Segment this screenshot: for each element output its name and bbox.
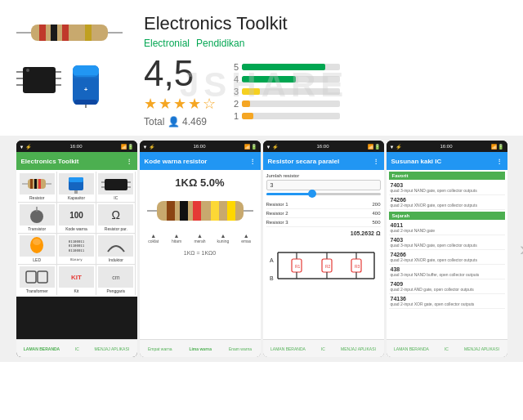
star-1: ★ (144, 95, 157, 113)
svg-rect-2 (39, 25, 46, 41)
app-header: + Electronics Toolkit Electronial Pendid… (0, 0, 523, 136)
s1-status-bar: ▼ ⚡ 16:00 📶 🔋 (16, 141, 137, 152)
chevron-right-icon[interactable]: › (520, 238, 523, 261)
app-tags: Electronial Pendidikan (144, 38, 507, 49)
bar-3: 3 (232, 87, 363, 96)
svg-rect-3 (51, 25, 57, 41)
svg-rect-4 (62, 25, 69, 41)
s2-resistor-svg (147, 194, 253, 228)
svg-rect-46 (193, 201, 201, 221)
svg-rect-40 (26, 271, 36, 283)
s3-jumlah-value: 3 (270, 182, 274, 188)
svg-rect-28 (69, 177, 83, 182)
star-3: ★ (173, 95, 186, 113)
s4-status-bar: ▼ ⚡ 16:00 📶 🔋 (387, 141, 507, 152)
rating-number: 4,5 (144, 56, 216, 92)
bar-2: 2 (232, 99, 363, 109)
stars-row: ★ ★ ★ ★ ☆ (144, 95, 216, 113)
ic-chip-icon (16, 57, 61, 102)
svg-rect-23 (30, 179, 33, 189)
s3-total: 105.2632 Ω (266, 230, 381, 236)
s1-app-bar: Electronics Toolkit ⋮ (16, 152, 137, 170)
svg-rect-31 (105, 179, 127, 190)
app-info: Electronics Toolkit Electronial Pendidik… (144, 13, 507, 127)
svg-point-14 (26, 69, 29, 72)
s3-resistors: Resistor 1 200 Resistor 2 400 Resistor 3… (266, 200, 381, 227)
bar-1: 1 (232, 111, 363, 121)
s4-hist-1[interactable]: 4011 quad 2-input NAND gate (389, 221, 505, 235)
s2-title: Kode warna resistor (145, 158, 208, 165)
s4-app-bar: Susunan kaki IC ⋮ (387, 152, 507, 170)
svg-point-39 (33, 239, 41, 245)
star-4: ★ (188, 95, 201, 113)
svg-rect-25 (38, 179, 41, 189)
svg-rect-16 (73, 65, 99, 77)
rating-bars: 5 4 3 2 1 (232, 62, 363, 127)
s3-status-bar: ▼ ⚡ 16:00 📶 🔋 (263, 141, 384, 152)
svg-rect-41 (38, 271, 47, 283)
s3-title: Resistor secara paralel (268, 158, 340, 165)
s3-jumlah-label: Jumlah resistor (266, 173, 381, 178)
s4-hist-3[interactable]: 74266 quad 2-input XNOR gate, open colle… (389, 250, 505, 265)
svg-rect-17 (74, 100, 97, 105)
total-reviews: Total 👤 4.469 (144, 116, 216, 127)
s2-formula: 1KΩ = 1KΩ0 (143, 250, 257, 256)
svg-rect-19 (73, 75, 99, 78)
s1-app-name: Electronics Toolkit (21, 158, 79, 165)
svg-rect-24 (34, 179, 37, 189)
s4-hist-4[interactable]: 438 quad 3-input NAND buffer, open colle… (389, 265, 505, 279)
svg-text:+: + (84, 86, 88, 93)
app-title: Electronics Toolkit (144, 13, 507, 34)
svg-point-36 (30, 210, 43, 223)
s2-bottom-nav: Empat warna Lima warna Enam warna (140, 339, 261, 357)
tag-electronial[interactable]: Electronial (144, 38, 190, 49)
svg-text:R2: R2 (325, 264, 331, 269)
svg-rect-48 (227, 201, 235, 221)
star-half: ☆ (203, 95, 216, 113)
screenshot-1: ▼ ⚡ 16:00 📶 🔋 Electronics Toolkit ⋮ Resi… (16, 141, 137, 357)
resistor-icon (16, 13, 123, 52)
s4-hist-2[interactable]: 7403 quad 3-input NAND gate, open collec… (389, 235, 505, 250)
s1-bottom-nav: LAMAN BERANDA IC MENJAJ APLIKASI (16, 339, 137, 357)
s3-circuit: A B R1 (268, 239, 378, 284)
app-icons: + (16, 13, 131, 127)
s4-hist-6[interactable]: 74136 quad 2-input XOR gate, open collec… (389, 294, 505, 309)
svg-rect-47 (211, 201, 219, 221)
screenshot-3: ▼ ⚡ 16:00 📶 🔋 Resistor secara paralel ⋮ … (263, 141, 384, 357)
s4-favorit-header: Favorit (389, 172, 505, 180)
capacitor-icon: + (66, 57, 105, 108)
s2-app-bar: Kode warna resistor ⋮ (140, 152, 261, 170)
svg-text:A: A (270, 257, 274, 263)
svg-text:R1: R1 (295, 264, 301, 269)
svg-rect-45 (180, 201, 188, 221)
s4-fav-1[interactable]: 7403 quad 3-input NAND gate, open collec… (389, 181, 505, 195)
s4-title: Susunan kaki IC (391, 158, 442, 165)
s3-app-bar: Resistor secara paralel ⋮ (263, 152, 384, 170)
s3-bottom-nav: LAMAN BERANDA IC MENJAJ APLIKASI (263, 339, 384, 357)
bar-5: 5 (232, 62, 363, 72)
svg-rect-44 (167, 201, 175, 221)
star-2: ★ (159, 95, 172, 113)
svg-text:B: B (270, 275, 274, 281)
screenshot-2: ▼ ⚡ 16:00 📶 🔋 Kode warna resistor ⋮ 1KΩ … (140, 141, 261, 357)
s2-value: 1KΩ 5.0% (143, 176, 257, 189)
tag-pendidikan[interactable]: Pendidikan (196, 38, 244, 49)
bar-4: 4 (232, 74, 363, 84)
svg-text:R3: R3 (355, 264, 360, 269)
s2-status-bar: ▼ ⚡ 16:00 📶 🔋 (140, 141, 261, 152)
s4-sejarah-header: Sejarah (389, 212, 505, 220)
screenshots-row: ▼ ⚡ 16:00 📶 🔋 Electronics Toolkit ⋮ Resi… (0, 136, 523, 362)
s4-hist-5[interactable]: 7409 quad 2-input AND gate, open collect… (389, 279, 505, 294)
screenshot-4: ▼ ⚡ 16:00 📶 🔋 Susunan kaki IC ⋮ Favorit … (387, 141, 507, 357)
ratings-section: 4,5 ★ ★ ★ ★ ☆ Total 👤 4.469 5 (144, 56, 507, 127)
s4-bottom-nav: LAMAN BERANDA IC MENJAJ APLIKASI (387, 339, 507, 357)
s4-fav-2[interactable]: 74266 quad 2-input XNOR gate, open colle… (389, 195, 505, 210)
svg-rect-5 (85, 25, 92, 41)
